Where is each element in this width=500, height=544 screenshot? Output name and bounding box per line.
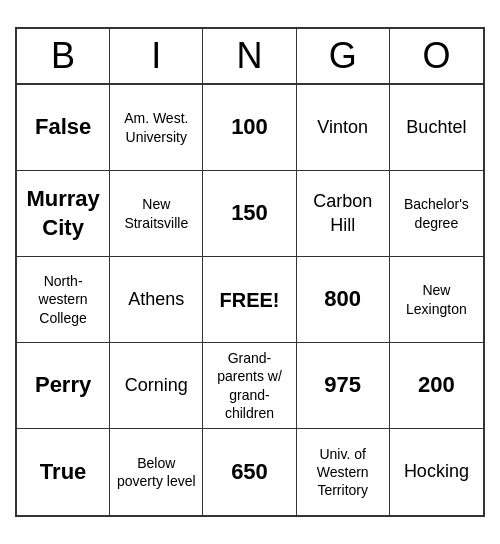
bingo-header: BINGO [17, 29, 483, 85]
bingo-cell-2: 100 [203, 85, 296, 171]
bingo-cell-9: Bachelor's degree [390, 171, 483, 257]
bingo-header-letter: I [110, 29, 203, 83]
bingo-header-letter: B [17, 29, 110, 83]
bingo-header-letter: O [390, 29, 483, 83]
bingo-cell-17: Grand-parents w/ grand-children [203, 343, 296, 429]
bingo-cell-15: Perry [17, 343, 110, 429]
bingo-grid: FalseAm. West. University100VintonBuchte… [17, 85, 483, 515]
bingo-cell-23: Univ. of Western Territory [297, 429, 390, 515]
bingo-cell-12: FREE! [203, 257, 296, 343]
bingo-cell-1: Am. West. University [110, 85, 203, 171]
bingo-cell-11: Athens [110, 257, 203, 343]
bingo-cell-21: Below poverty level [110, 429, 203, 515]
bingo-cell-10: North-western College [17, 257, 110, 343]
bingo-cell-22: 650 [203, 429, 296, 515]
bingo-cell-5: Murray City [17, 171, 110, 257]
bingo-cell-6: New Straitsville [110, 171, 203, 257]
bingo-cell-7: 150 [203, 171, 296, 257]
bingo-cell-4: Buchtel [390, 85, 483, 171]
bingo-cell-19: 200 [390, 343, 483, 429]
bingo-cell-14: New Lexington [390, 257, 483, 343]
bingo-cell-13: 800 [297, 257, 390, 343]
bingo-cell-20: True [17, 429, 110, 515]
bingo-header-letter: N [203, 29, 296, 83]
bingo-cell-8: Carbon Hill [297, 171, 390, 257]
bingo-cell-18: 975 [297, 343, 390, 429]
bingo-header-letter: G [297, 29, 390, 83]
bingo-cell-3: Vinton [297, 85, 390, 171]
bingo-card: BINGO FalseAm. West. University100Vinton… [15, 27, 485, 517]
bingo-cell-24: Hocking [390, 429, 483, 515]
bingo-cell-0: False [17, 85, 110, 171]
bingo-cell-16: Corning [110, 343, 203, 429]
